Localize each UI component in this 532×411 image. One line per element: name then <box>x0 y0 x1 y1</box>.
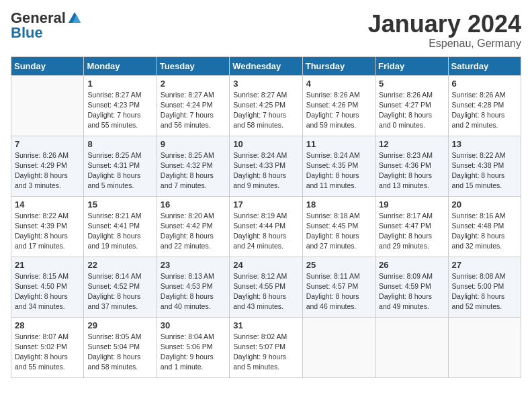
day-header: Thursday <box>302 56 375 75</box>
calendar-cell: 20Sunrise: 8:16 AM Sunset: 4:48 PM Dayli… <box>448 196 521 257</box>
page-header: General Blue January 2024 Espenau, Germa… <box>11 11 521 50</box>
calendar-cell: 10Sunrise: 8:24 AM Sunset: 4:33 PM Dayli… <box>230 136 302 196</box>
calendar-cell <box>375 317 448 377</box>
calendar-cell: 31Sunrise: 8:02 AM Sunset: 5:07 PM Dayli… <box>230 317 302 377</box>
day-number: 25 <box>306 260 371 270</box>
cell-info: Sunrise: 8:26 AM Sunset: 4:27 PM Dayligh… <box>379 90 444 131</box>
calendar-cell: 30Sunrise: 8:04 AM Sunset: 5:06 PM Dayli… <box>157 317 229 377</box>
day-number: 11 <box>306 139 371 149</box>
calendar-cell: 11Sunrise: 8:24 AM Sunset: 4:35 PM Dayli… <box>302 136 375 196</box>
cell-info: Sunrise: 8:16 AM Sunset: 4:48 PM Dayligh… <box>452 211 517 252</box>
month-title: January 2024 <box>368 11 521 38</box>
day-number: 2 <box>161 79 226 89</box>
day-number: 15 <box>87 199 152 210</box>
day-number: 27 <box>452 260 517 270</box>
day-number: 21 <box>15 260 80 270</box>
cell-info: Sunrise: 8:27 AM Sunset: 4:24 PM Dayligh… <box>161 90 226 131</box>
day-number: 16 <box>161 199 226 210</box>
calendar-cell: 13Sunrise: 8:22 AM Sunset: 4:38 PM Dayli… <box>448 136 521 196</box>
day-header: Friday <box>375 56 448 75</box>
calendar-cell <box>302 317 375 377</box>
calendar-cell: 29Sunrise: 8:05 AM Sunset: 5:04 PM Dayli… <box>84 317 157 377</box>
day-number: 24 <box>233 260 298 270</box>
location-text: Espenau, Germany <box>368 38 521 50</box>
calendar-cell: 21Sunrise: 8:15 AM Sunset: 4:50 PM Dayli… <box>11 257 84 317</box>
day-header: Sunday <box>11 56 84 75</box>
cell-info: Sunrise: 8:07 AM Sunset: 5:02 PM Dayligh… <box>15 332 80 373</box>
calendar-table: SundayMondayTuesdayWednesdayThursdayFrid… <box>11 56 521 378</box>
calendar-cell: 19Sunrise: 8:17 AM Sunset: 4:47 PM Dayli… <box>375 196 448 257</box>
calendar-cell: 17Sunrise: 8:19 AM Sunset: 4:44 PM Dayli… <box>230 196 302 257</box>
cell-info: Sunrise: 8:18 AM Sunset: 4:45 PM Dayligh… <box>306 211 371 252</box>
day-number: 4 <box>306 79 371 89</box>
cell-info: Sunrise: 8:27 AM Sunset: 4:23 PM Dayligh… <box>87 90 152 131</box>
cell-info: Sunrise: 8:09 AM Sunset: 4:59 PM Dayligh… <box>379 271 444 312</box>
cell-info: Sunrise: 8:22 AM Sunset: 4:38 PM Dayligh… <box>452 150 517 191</box>
day-number: 12 <box>379 139 444 149</box>
header-row: SundayMondayTuesdayWednesdayThursdayFrid… <box>11 56 521 75</box>
calendar-cell: 23Sunrise: 8:13 AM Sunset: 4:53 PM Dayli… <box>157 257 229 317</box>
day-number: 17 <box>233 199 298 210</box>
day-number: 28 <box>15 320 80 330</box>
day-number: 10 <box>233 139 298 149</box>
calendar-cell: 4Sunrise: 8:26 AM Sunset: 4:26 PM Daylig… <box>302 75 375 136</box>
cell-info: Sunrise: 8:12 AM Sunset: 4:55 PM Dayligh… <box>233 271 298 312</box>
day-number: 3 <box>233 79 298 89</box>
calendar-cell: 2Sunrise: 8:27 AM Sunset: 4:24 PM Daylig… <box>157 75 229 136</box>
cell-info: Sunrise: 8:15 AM Sunset: 4:50 PM Dayligh… <box>15 271 80 312</box>
cell-info: Sunrise: 8:05 AM Sunset: 5:04 PM Dayligh… <box>87 332 152 373</box>
calendar-week-row: 21Sunrise: 8:15 AM Sunset: 4:50 PM Dayli… <box>11 257 521 317</box>
day-number: 29 <box>87 320 152 330</box>
calendar-cell <box>448 317 521 377</box>
day-number: 26 <box>379 260 444 270</box>
cell-info: Sunrise: 8:13 AM Sunset: 4:53 PM Dayligh… <box>161 271 226 312</box>
calendar-cell: 3Sunrise: 8:27 AM Sunset: 4:25 PM Daylig… <box>230 75 302 136</box>
cell-info: Sunrise: 8:24 AM Sunset: 4:35 PM Dayligh… <box>306 150 371 191</box>
logo-icon <box>67 11 82 26</box>
cell-info: Sunrise: 8:25 AM Sunset: 4:32 PM Dayligh… <box>161 150 226 191</box>
cell-info: Sunrise: 8:08 AM Sunset: 5:00 PM Dayligh… <box>452 271 517 312</box>
day-header: Monday <box>84 56 157 75</box>
calendar-cell: 9Sunrise: 8:25 AM Sunset: 4:32 PM Daylig… <box>157 136 229 196</box>
cell-info: Sunrise: 8:11 AM Sunset: 4:57 PM Dayligh… <box>306 271 371 312</box>
day-number: 30 <box>161 320 226 330</box>
day-number: 22 <box>87 260 152 270</box>
day-number: 14 <box>15 199 80 210</box>
day-number: 23 <box>161 260 226 270</box>
cell-info: Sunrise: 8:26 AM Sunset: 4:29 PM Dayligh… <box>15 150 80 191</box>
calendar-week-row: 1Sunrise: 8:27 AM Sunset: 4:23 PM Daylig… <box>11 75 521 136</box>
calendar-cell: 16Sunrise: 8:20 AM Sunset: 4:42 PM Dayli… <box>157 196 229 257</box>
day-number: 18 <box>306 199 371 210</box>
logo-blue-text: Blue <box>11 26 43 40</box>
day-header: Tuesday <box>157 56 229 75</box>
cell-info: Sunrise: 8:26 AM Sunset: 4:26 PM Dayligh… <box>306 90 371 131</box>
day-number: 5 <box>379 79 444 89</box>
cell-info: Sunrise: 8:17 AM Sunset: 4:47 PM Dayligh… <box>379 211 444 252</box>
calendar-cell: 26Sunrise: 8:09 AM Sunset: 4:59 PM Dayli… <box>375 257 448 317</box>
day-number: 9 <box>161 139 226 149</box>
cell-info: Sunrise: 8:22 AM Sunset: 4:39 PM Dayligh… <box>15 211 80 252</box>
calendar-cell: 22Sunrise: 8:14 AM Sunset: 4:52 PM Dayli… <box>84 257 157 317</box>
calendar-cell: 24Sunrise: 8:12 AM Sunset: 4:55 PM Dayli… <box>230 257 302 317</box>
calendar-cell <box>11 75 84 136</box>
day-header: Saturday <box>448 56 521 75</box>
cell-info: Sunrise: 8:14 AM Sunset: 4:52 PM Dayligh… <box>87 271 152 312</box>
day-number: 13 <box>452 139 517 149</box>
day-number: 31 <box>233 320 298 330</box>
calendar-cell: 6Sunrise: 8:26 AM Sunset: 4:28 PM Daylig… <box>448 75 521 136</box>
cell-info: Sunrise: 8:04 AM Sunset: 5:06 PM Dayligh… <box>161 332 226 373</box>
day-number: 19 <box>379 199 444 210</box>
cell-info: Sunrise: 8:24 AM Sunset: 4:33 PM Dayligh… <box>233 150 298 191</box>
cell-info: Sunrise: 8:20 AM Sunset: 4:42 PM Dayligh… <box>161 211 226 252</box>
logo-general-text: General <box>11 11 66 26</box>
cell-info: Sunrise: 8:23 AM Sunset: 4:36 PM Dayligh… <box>379 150 444 191</box>
day-number: 7 <box>15 139 80 149</box>
cell-info: Sunrise: 8:19 AM Sunset: 4:44 PM Dayligh… <box>233 211 298 252</box>
day-header: Wednesday <box>230 56 302 75</box>
calendar-cell: 1Sunrise: 8:27 AM Sunset: 4:23 PM Daylig… <box>84 75 157 136</box>
calendar-week-row: 7Sunrise: 8:26 AM Sunset: 4:29 PM Daylig… <box>11 136 521 196</box>
logo: General Blue <box>11 11 82 40</box>
calendar-cell: 12Sunrise: 8:23 AM Sunset: 4:36 PM Dayli… <box>375 136 448 196</box>
cell-info: Sunrise: 8:21 AM Sunset: 4:41 PM Dayligh… <box>87 211 152 252</box>
calendar-cell: 18Sunrise: 8:18 AM Sunset: 4:45 PM Dayli… <box>302 196 375 257</box>
